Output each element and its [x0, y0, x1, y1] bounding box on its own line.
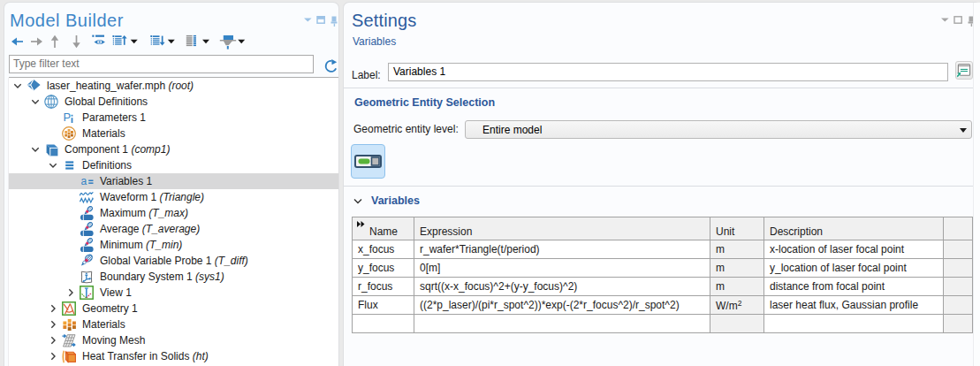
svg-text:a: a: [81, 175, 87, 187]
svg-text:P: P: [64, 111, 72, 124]
